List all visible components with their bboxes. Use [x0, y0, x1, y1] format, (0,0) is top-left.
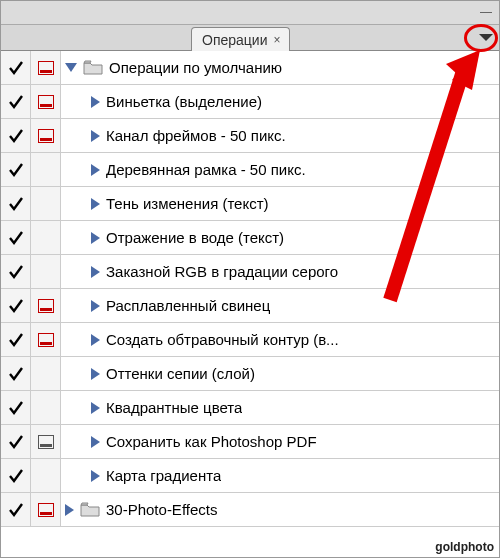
- row-content: Расплавленный свинец: [61, 289, 499, 322]
- folder-icon: [80, 502, 100, 517]
- checkmark-icon: [8, 264, 24, 280]
- action-set-row[interactable]: Операции по умолчанию: [1, 51, 499, 85]
- action-label: Создать обтравочный контур (в...: [106, 331, 339, 348]
- action-label: Виньетка (выделение): [106, 93, 262, 110]
- checkmark-icon: [8, 366, 24, 382]
- disclosure-triangle-icon[interactable]: [91, 96, 100, 108]
- disclosure-triangle-icon[interactable]: [91, 334, 100, 346]
- action-row[interactable]: Создать обтравочный контур (в...: [1, 323, 499, 357]
- checkmark-icon: [8, 400, 24, 416]
- checkmark-icon: [8, 162, 24, 178]
- disclosure-triangle-icon[interactable]: [91, 164, 100, 176]
- dialog-column[interactable]: [31, 323, 61, 356]
- disclosure-triangle-icon[interactable]: [91, 300, 100, 312]
- action-row[interactable]: Сохранить как Photoshop PDF: [1, 425, 499, 459]
- action-row[interactable]: Отражение в воде (текст): [1, 221, 499, 255]
- row-content: Операции по умолчанию: [61, 51, 499, 84]
- action-set-label: Операции по умолчанию: [109, 59, 282, 76]
- toggle-column[interactable]: [1, 323, 31, 356]
- dialog-toggle-icon[interactable]: [38, 129, 54, 143]
- toggle-column[interactable]: [1, 119, 31, 152]
- tab-label: Операции: [202, 32, 268, 48]
- dialog-column[interactable]: [31, 85, 61, 118]
- svg-marker-0: [479, 34, 493, 41]
- disclosure-triangle-icon[interactable]: [65, 504, 74, 516]
- checkmark-icon: [8, 468, 24, 484]
- dialog-column[interactable]: [31, 153, 61, 186]
- toggle-column[interactable]: [1, 289, 31, 322]
- close-icon[interactable]: ×: [274, 33, 281, 47]
- minimize-icon[interactable]: —: [477, 6, 495, 20]
- dialog-column[interactable]: [31, 51, 61, 84]
- panel-menu-button[interactable]: [477, 29, 495, 45]
- toggle-column[interactable]: [1, 85, 31, 118]
- disclosure-triangle-icon[interactable]: [91, 266, 100, 278]
- dialog-column[interactable]: [31, 357, 61, 390]
- row-content: Сохранить как Photoshop PDF: [61, 425, 499, 458]
- row-content: Карта градиента: [61, 459, 499, 492]
- dialog-column[interactable]: [31, 493, 61, 526]
- disclosure-triangle-icon[interactable]: [91, 436, 100, 448]
- disclosure-triangle-icon[interactable]: [91, 232, 100, 244]
- action-row[interactable]: Деревянная рамка - 50 пикс.: [1, 153, 499, 187]
- disclosure-triangle-icon[interactable]: [91, 470, 100, 482]
- dialog-column[interactable]: [31, 459, 61, 492]
- checkmark-icon: [8, 230, 24, 246]
- action-row[interactable]: Квадрантные цвета: [1, 391, 499, 425]
- disclosure-triangle-icon[interactable]: [91, 402, 100, 414]
- toggle-column[interactable]: [1, 187, 31, 220]
- toggle-column[interactable]: [1, 153, 31, 186]
- row-content: Отражение в воде (текст): [61, 221, 499, 254]
- action-label: Квадрантные цвета: [106, 399, 242, 416]
- tab-actions[interactable]: Операции ×: [191, 27, 290, 51]
- row-content: Оттенки сепии (слой): [61, 357, 499, 390]
- dialog-toggle-icon[interactable]: [38, 333, 54, 347]
- action-row[interactable]: Заказной RGB в градации серого: [1, 255, 499, 289]
- row-content: Деревянная рамка - 50 пикс.: [61, 153, 499, 186]
- dialog-toggle-icon[interactable]: [38, 435, 54, 449]
- checkmark-icon: [8, 128, 24, 144]
- toggle-column[interactable]: [1, 459, 31, 492]
- checkmark-icon: [8, 434, 24, 450]
- action-row[interactable]: Виньетка (выделение): [1, 85, 499, 119]
- toggle-column[interactable]: [1, 255, 31, 288]
- toggle-column[interactable]: [1, 391, 31, 424]
- row-content: Канал фреймов - 50 пикс.: [61, 119, 499, 152]
- dialog-toggle-icon[interactable]: [38, 61, 54, 75]
- action-row[interactable]: Тень изменения (текст): [1, 187, 499, 221]
- action-row[interactable]: Расплавленный свинец: [1, 289, 499, 323]
- dialog-toggle-icon[interactable]: [38, 299, 54, 313]
- dialog-toggle-icon[interactable]: [38, 95, 54, 109]
- dialog-column[interactable]: [31, 255, 61, 288]
- dialog-column[interactable]: [31, 289, 61, 322]
- action-row[interactable]: Оттенки сепии (слой): [1, 357, 499, 391]
- row-content: 30-Photo-Effects: [61, 493, 499, 526]
- toggle-column[interactable]: [1, 357, 31, 390]
- action-row[interactable]: Карта градиента: [1, 459, 499, 493]
- row-content: Виньетка (выделение): [61, 85, 499, 118]
- action-set-row[interactable]: 30-Photo-Effects: [1, 493, 499, 527]
- disclosure-triangle-icon[interactable]: [65, 63, 77, 72]
- action-label: Деревянная рамка - 50 пикс.: [106, 161, 306, 178]
- dialog-column[interactable]: [31, 391, 61, 424]
- panel-tabbar: Операции ×: [1, 25, 499, 51]
- row-content: Заказной RGB в градации серого: [61, 255, 499, 288]
- action-row[interactable]: Канал фреймов - 50 пикс.: [1, 119, 499, 153]
- checkmark-icon: [8, 502, 24, 518]
- panel-titlebar: —: [1, 1, 499, 25]
- toggle-column[interactable]: [1, 493, 31, 526]
- dialog-column[interactable]: [31, 187, 61, 220]
- disclosure-triangle-icon[interactable]: [91, 368, 100, 380]
- dialog-column[interactable]: [31, 119, 61, 152]
- checkmark-icon: [8, 60, 24, 76]
- toggle-column[interactable]: [1, 425, 31, 458]
- checkmark-icon: [8, 196, 24, 212]
- actions-list[interactable]: Операции по умолчаниюВиньетка (выделение…: [1, 51, 499, 557]
- disclosure-triangle-icon[interactable]: [91, 198, 100, 210]
- toggle-column[interactable]: [1, 51, 31, 84]
- dialog-column[interactable]: [31, 221, 61, 254]
- dialog-column[interactable]: [31, 425, 61, 458]
- dialog-toggle-icon[interactable]: [38, 503, 54, 517]
- toggle-column[interactable]: [1, 221, 31, 254]
- disclosure-triangle-icon[interactable]: [91, 130, 100, 142]
